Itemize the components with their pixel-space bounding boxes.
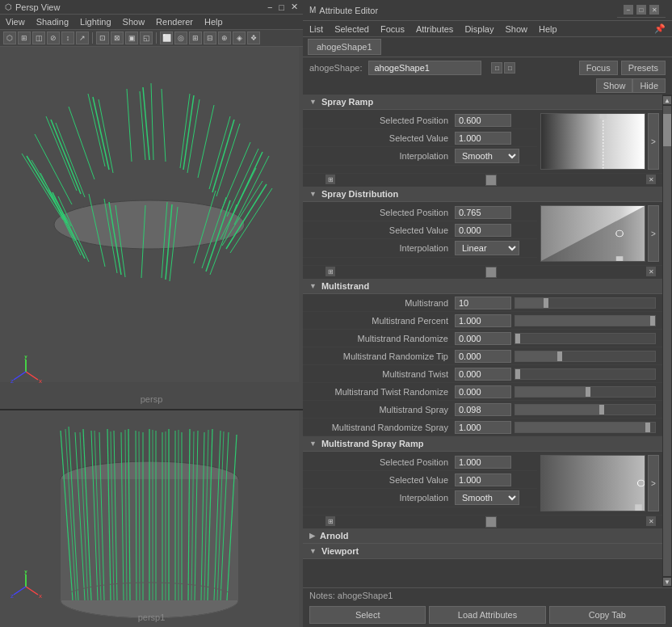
attr-menu-display[interactable]: Display	[463, 23, 495, 35]
attr-menu-help[interactable]: Help	[537, 23, 559, 35]
ms-ramp-icon-3[interactable]: ✕	[646, 516, 656, 526]
attr-content-scroll[interactable]: ▼ Spray Ramp Selected Position Selected …	[303, 95, 662, 587]
ms-spray-ramp-val-field[interactable]	[455, 473, 511, 486]
attr-tab-ahogeshape1[interactable]: ahogeShape1	[308, 39, 381, 55]
section-multistrand-spray-ramp[interactable]: ▼ Multistrand Spray Ramp	[303, 436, 662, 452]
attr-menu-attributes[interactable]: Attributes	[414, 23, 455, 35]
attr-menu-show[interactable]: Show	[503, 23, 529, 35]
viewport-persp[interactable]: x y z persp	[0, 47, 303, 410]
spray-ramp-nav-btn[interactable]: >	[648, 113, 659, 170]
spray-dist-nav-btn[interactable]: >	[648, 205, 659, 262]
section-viewport[interactable]: ▼ Viewport	[303, 544, 662, 559]
ms-ramp-icon-1[interactable]: ⊞	[326, 516, 335, 526]
slider-knob-4[interactable]	[515, 369, 520, 379]
toolbar-btn-11[interactable]: ⬜	[160, 32, 173, 44]
toolbar-btn-12[interactable]: ◎	[174, 32, 187, 44]
slider-knob-1[interactable]	[650, 316, 655, 326]
multistrand-slider-2[interactable]	[514, 333, 656, 344]
spray-ramp-canvas[interactable]	[540, 113, 645, 170]
multistrand-field-0[interactable]	[455, 297, 511, 309]
toolbar-btn-16[interactable]: ◈	[233, 32, 246, 44]
scrollbar-thumb[interactable]	[663, 114, 671, 146]
multistrand-slider-4[interactable]	[514, 368, 656, 380]
slider-track-0[interactable]	[514, 297, 656, 309]
viewport-persp1[interactable]: x y z persp1	[0, 410, 303, 627]
section-arnold[interactable]: ▶ Arnold	[303, 528, 662, 544]
toolbar-btn-7[interactable]: ⊡	[96, 32, 109, 44]
slider-knob-0[interactable]	[544, 298, 548, 308]
slider-track-2[interactable]	[514, 333, 656, 344]
attr-scrollbar[interactable]: ▲ ▼	[662, 95, 672, 587]
show-button[interactable]: Show	[596, 78, 633, 93]
slider-track-1[interactable]	[514, 315, 656, 326]
scrollbar-down-btn[interactable]: ▼	[663, 578, 671, 586]
slider-knob-2[interactable]	[515, 334, 520, 343]
spray-dist-pos-field[interactable]	[455, 206, 511, 219]
presets-button[interactable]: Presets	[621, 61, 666, 75]
slider-track-3[interactable]	[514, 351, 656, 362]
toolbar-btn-15[interactable]: ⊕	[218, 32, 231, 44]
attr-menu-focus[interactable]: Focus	[379, 23, 406, 35]
ms-spray-ramp-interp-select[interactable]: Smooth Linear Spline Step	[455, 490, 519, 505]
spray-ramp-interp-select[interactable]: Smooth Linear Spline Step	[455, 149, 519, 163]
dist-icon-2[interactable]	[485, 267, 497, 278]
menu-view[interactable]: View	[3, 16, 27, 27]
attr-node-value-field[interactable]	[368, 61, 481, 75]
spray-ramp-val-field[interactable]	[455, 132, 511, 145]
node-connect-btn-1[interactable]: □	[491, 62, 502, 74]
toolbar-btn-9[interactable]: ▣	[125, 32, 138, 44]
ms-ramp-icon-2[interactable]	[485, 516, 497, 528]
toolbar-btn-17[interactable]: ❖	[247, 32, 260, 44]
toolbar-btn-6[interactable]: ↗	[76, 32, 89, 44]
slider-knob-3[interactable]	[557, 351, 562, 361]
load-attributes-button[interactable]: Load Attributes	[429, 606, 545, 624]
attr-close-btn[interactable]: ✕	[649, 5, 659, 15]
slider-track-6[interactable]	[514, 404, 656, 415]
attr-minimize-btn[interactable]: −	[624, 5, 633, 15]
menu-help[interactable]: Help	[202, 16, 225, 27]
toolbar-btn-4[interactable]: ⊘	[47, 32, 60, 44]
ms-spray-ramp-canvas[interactable]	[540, 455, 645, 511]
slider-track-7[interactable]	[514, 422, 656, 433]
attr-menu-list[interactable]: List	[308, 23, 325, 35]
toolbar-btn-5[interactable]: ↕	[61, 32, 74, 44]
slider-track-4[interactable]	[514, 368, 656, 380]
toolbar-btn-14[interactable]: ⊟	[204, 32, 216, 44]
maximize-btn[interactable]: □	[279, 2, 284, 12]
menu-lighting[interactable]: Lighting	[78, 16, 114, 27]
toolbar-btn-13[interactable]: ⊞	[189, 32, 202, 44]
copy-tab-button[interactable]: Copy Tab	[549, 606, 666, 624]
toolbar-btn-2[interactable]: ⊞	[18, 32, 31, 44]
hide-button[interactable]: Hide	[632, 78, 666, 93]
close-btn[interactable]: ✕	[291, 2, 298, 12]
section-spray-distribution[interactable]: ▼ Spray Distribution	[303, 187, 662, 202]
slider-track-5[interactable]	[514, 386, 656, 398]
section-multistrand[interactable]: ▼ Multistrand	[303, 279, 662, 294]
dist-icon-3[interactable]: ✕	[646, 267, 656, 276]
attr-maximize-btn[interactable]: □	[636, 5, 646, 15]
spray-ramp-pos-field[interactable]	[455, 114, 511, 127]
multistrand-slider-0[interactable]	[514, 297, 656, 309]
ramp-icon-2[interactable]	[485, 175, 497, 186]
slider-knob-6[interactable]	[599, 405, 604, 414]
node-connect-btn-2[interactable]: □	[504, 62, 515, 74]
slider-knob-5[interactable]	[586, 387, 590, 397]
multistrand-field-5[interactable]	[455, 385, 511, 398]
multistrand-field-6[interactable]	[455, 403, 511, 416]
spray-dist-canvas[interactable]	[540, 205, 645, 262]
multistrand-field-7[interactable]	[455, 421, 511, 434]
ms-spray-ramp-nav-btn[interactable]: >	[648, 455, 659, 511]
toolbar-btn-3[interactable]: ◫	[32, 32, 45, 44]
attr-pin-icon[interactable]: 📌	[653, 23, 667, 35]
ms-spray-ramp-pos-field[interactable]	[455, 456, 511, 469]
multistrand-slider-7[interactable]	[514, 422, 656, 433]
section-spray-ramp[interactable]: ▼ Spray Ramp	[303, 95, 662, 110]
dist-icon-1[interactable]: ⊞	[326, 267, 335, 276]
menu-renderer[interactable]: Renderer	[153, 16, 195, 27]
multistrand-slider-6[interactable]	[514, 404, 656, 415]
focus-button[interactable]: Focus	[579, 61, 618, 75]
menu-show[interactable]: Show	[120, 16, 148, 27]
toolbar-btn-8[interactable]: ⊠	[111, 32, 124, 44]
multistrand-field-4[interactable]	[455, 368, 511, 381]
spray-dist-interp-select[interactable]: Linear Smooth Spline Step	[455, 241, 519, 255]
